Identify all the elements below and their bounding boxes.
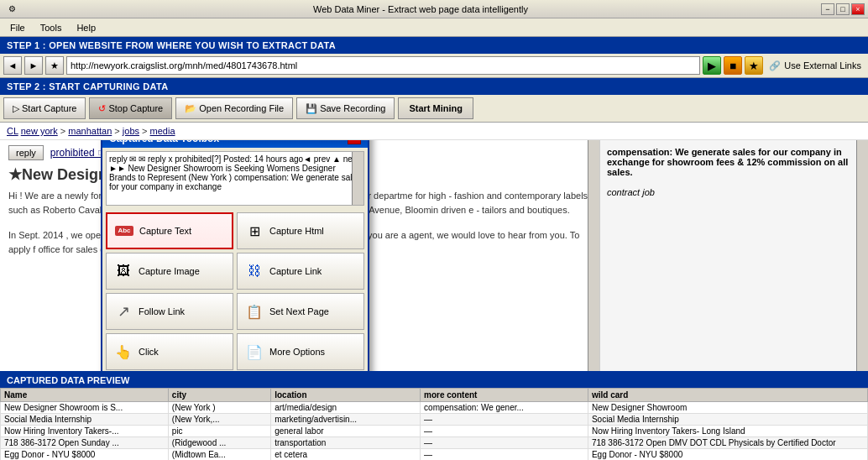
table-cell: (New York ) bbox=[168, 402, 270, 414]
table-row[interactable]: New Designer Showroom is S...(New York )… bbox=[1, 402, 868, 414]
reply-button[interactable]: reply bbox=[8, 145, 44, 160]
contract-label: contract job bbox=[607, 187, 655, 197]
table-cell: (Ridgewood ... bbox=[168, 437, 270, 449]
table-cell: New Designer Showroom bbox=[588, 402, 867, 414]
preview-table: Name city location more content wild car… bbox=[0, 388, 868, 460]
more-options-button[interactable]: 📄 More Options bbox=[237, 333, 364, 370]
breadcrumb-media[interactable]: media bbox=[150, 126, 175, 136]
dialog-close-button[interactable]: × bbox=[348, 140, 361, 144]
table-cell: 718 386-3172 Open Sunday ... bbox=[1, 437, 169, 449]
table-cell: — bbox=[421, 426, 588, 437]
table-cell: Social Media Internship bbox=[588, 414, 867, 426]
back-button[interactable]: ◄ bbox=[3, 56, 22, 75]
stop-button[interactable]: ■ bbox=[724, 56, 742, 75]
capture-image-button[interactable]: 🖼 Capture Image bbox=[106, 253, 233, 290]
click-label: Click bbox=[139, 347, 159, 357]
table-cell: pic bbox=[168, 426, 270, 437]
table-cell: Egg Donor - NYU $8000 bbox=[588, 449, 867, 461]
url-input[interactable] bbox=[66, 56, 700, 75]
start-capture-icon: ▷ bbox=[13, 103, 19, 114]
go-button[interactable]: ▶ bbox=[703, 56, 721, 75]
capture-text-label: Capture Text bbox=[139, 226, 191, 236]
col-name: Name bbox=[1, 389, 169, 402]
minimize-button[interactable]: − bbox=[821, 3, 834, 15]
more-options-label: More Options bbox=[269, 347, 325, 357]
capture-link-button[interactable]: ⛓ Capture Link bbox=[237, 253, 364, 290]
preview-section: CAPTURED DATA PREVIEW Name city location… bbox=[0, 371, 868, 460]
click-icon: 👆 bbox=[113, 342, 133, 362]
breadcrumb-manhattan[interactable]: manhattan bbox=[68, 126, 112, 136]
bookmark-button[interactable]: ★ bbox=[45, 56, 64, 75]
table-cell: Egg Donor - NYU $8000 bbox=[1, 449, 169, 461]
preview-title: CAPTURED DATA PREVIEW bbox=[0, 373, 868, 388]
step2-bar: STEP 2 : START CAPTURING DATA bbox=[0, 78, 868, 95]
set-next-page-button[interactable]: 📋 Set Next Page bbox=[237, 293, 364, 330]
breadcrumb-newyork[interactable]: new york bbox=[21, 126, 58, 136]
table-row[interactable]: Egg Donor - NYU $8000(Midtown Ea...et ce… bbox=[1, 449, 868, 461]
follow-link-button[interactable]: ↗ Follow Link bbox=[106, 293, 233, 330]
table-cell: marketing/advertisin... bbox=[271, 414, 421, 426]
save-recording-button[interactable]: 💾 Save Recording bbox=[296, 97, 395, 119]
step1-bar: STEP 1 : OPEN WEBSITE FROM WHERE YOU WIS… bbox=[0, 37, 868, 54]
table-cell: Now Hiring Inventory Takers- Long Island bbox=[588, 426, 867, 437]
menu-help[interactable]: Help bbox=[70, 21, 102, 34]
menu-file[interactable]: File bbox=[3, 21, 32, 34]
open-recording-button[interactable]: 📂 Open Recording File bbox=[175, 97, 293, 119]
table-cell: — bbox=[421, 437, 588, 449]
table-cell: compensation: We gener... bbox=[421, 402, 588, 414]
forward-button[interactable]: ► bbox=[24, 56, 43, 75]
open-recording-icon: 📂 bbox=[185, 103, 196, 114]
table-row[interactable]: Now Hiring Inventory Takers-...picgenera… bbox=[1, 426, 868, 437]
table-cell: et cetera bbox=[271, 449, 421, 461]
stop-capture-icon: ↺ bbox=[98, 103, 106, 114]
table-cell: general labor bbox=[271, 426, 421, 437]
start-mining-button[interactable]: Start Mining bbox=[398, 97, 473, 119]
capture-text-icon: Abc bbox=[114, 221, 134, 241]
follow-link-icon: ↗ bbox=[113, 301, 133, 321]
table-cell: (New York,... bbox=[168, 414, 270, 426]
prohibited-text: prohibited ☞ bbox=[50, 147, 107, 159]
dialog-title-text: Captured Data Toolbox bbox=[109, 140, 219, 144]
dialog-title-bar: Captured Data Toolbox × bbox=[102, 140, 368, 148]
toolbox-grid: Abc Capture Text ⊞ Capture Html 🖼 Captur… bbox=[102, 209, 368, 371]
more-options-icon: 📄 bbox=[244, 342, 264, 362]
compensation-label: compensation: bbox=[607, 147, 672, 157]
close-button[interactable]: × bbox=[851, 3, 865, 15]
captured-data-toolbox: Captured Data Toolbox × reply ✉ ✉ reply … bbox=[101, 140, 369, 371]
capture-link-label: Capture Link bbox=[269, 266, 322, 276]
dialog-preview-scrollbar[interactable] bbox=[352, 152, 363, 205]
capture-image-label: Capture Image bbox=[139, 266, 200, 276]
capture-image-icon: 🖼 bbox=[113, 261, 133, 281]
app-title: Web Data Miner - Extract web page data i… bbox=[20, 4, 821, 14]
maximize-button[interactable]: □ bbox=[836, 3, 850, 15]
table-cell: art/media/design bbox=[271, 402, 421, 414]
set-next-page-icon: 📋 bbox=[244, 301, 264, 321]
favorite-button[interactable]: ★ bbox=[745, 56, 763, 75]
col-more-content: more content bbox=[421, 389, 588, 402]
capture-bar: ▷ Start Capture ↺ Stop Capture 📂 Open Re… bbox=[0, 95, 868, 123]
start-capture-button[interactable]: ▷ Start Capture bbox=[3, 97, 86, 119]
table-row[interactable]: 718 386-3172 Open Sunday ...(Ridgewood .… bbox=[1, 437, 868, 449]
click-button[interactable]: 👆 Click bbox=[106, 333, 233, 370]
breadcrumb-jobs[interactable]: jobs bbox=[123, 126, 139, 136]
follow-link-label: Follow Link bbox=[139, 306, 185, 316]
table-cell: 718 386-3172 Open DMV DOT CDL Physicals … bbox=[588, 437, 867, 449]
stop-capture-button[interactable]: ↺ Stop Capture bbox=[89, 97, 172, 119]
table-row[interactable]: Social Media Internship(New York,...mark… bbox=[1, 414, 868, 426]
table-cell: transportation bbox=[271, 437, 421, 449]
capture-link-icon: ⛓ bbox=[244, 261, 264, 281]
nav-bar: ◄ ► ★ ▶ ■ ★ 🔗 Use External Links bbox=[0, 54, 868, 78]
set-next-page-label: Set Next Page bbox=[269, 306, 329, 316]
menu-tools[interactable]: Tools bbox=[34, 21, 69, 34]
title-bar: ⚙ Web Data Miner - Extract web page data… bbox=[0, 0, 868, 18]
content-scrollbar[interactable] bbox=[588, 140, 599, 371]
table-cell: Social Media Internship bbox=[1, 414, 169, 426]
capture-html-icon: ⊞ bbox=[244, 221, 264, 241]
right-scrollbar[interactable] bbox=[856, 140, 868, 371]
capture-html-button[interactable]: ⊞ Capture Html bbox=[237, 212, 364, 249]
dialog-preview-area: reply ✉ ✉ reply x prohibited[?] Posted: … bbox=[106, 151, 364, 206]
table-cell: — bbox=[421, 449, 588, 461]
capture-text-button[interactable]: Abc Capture Text bbox=[106, 212, 233, 249]
right-panel: compensation: We generate sales for our … bbox=[599, 140, 868, 371]
breadcrumb-cl[interactable]: CL bbox=[7, 126, 18, 136]
